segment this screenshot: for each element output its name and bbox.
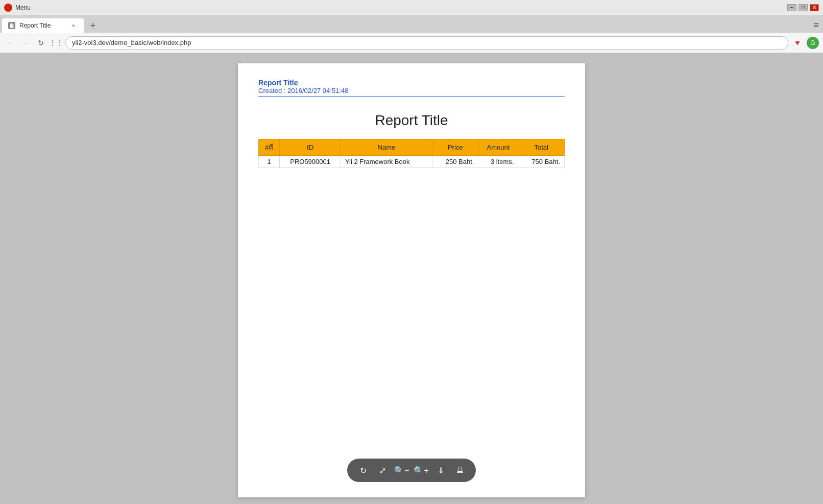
pdf-rotate-button[interactable]: ↻	[355, 463, 371, 478]
tab-favicon: 📄	[8, 22, 15, 29]
active-tab[interactable]: 📄 Report Title ×	[2, 18, 84, 33]
table-row: 1 PRO5900001 Yii 2 Framework Book 250 Ba…	[259, 156, 565, 168]
apps-button[interactable]: ⋮⋮	[50, 37, 62, 49]
col-header-num: #ที	[259, 139, 280, 156]
title-bar: Menu − □ ✕	[0, 0, 823, 15]
profile-button[interactable]: G	[807, 37, 819, 49]
tab-bar: 📄 Report Title × + ≡	[0, 15, 823, 33]
col-header-price: Price	[432, 139, 478, 156]
back-button[interactable]: ←	[4, 37, 16, 49]
address-bar: ← → ↻ ⋮⋮ ♥ G	[0, 33, 823, 53]
window-controls: − □ ✕	[787, 4, 819, 11]
tab-menu-button[interactable]: ≡	[813, 20, 819, 33]
reload-button[interactable]: ↻	[35, 37, 47, 49]
page-area: Report Title Created : 2016/02/27 04:51:…	[0, 53, 823, 504]
browser-logo	[4, 4, 12, 12]
cell-total: 750 Baht.	[518, 156, 565, 168]
maximize-button[interactable]: □	[798, 4, 808, 11]
pdf-zoom-in-button[interactable]: 🔍+	[414, 463, 429, 478]
report-header-title: Report Title	[258, 79, 565, 87]
tab-label: Report Title	[19, 22, 51, 29]
forward-button[interactable]: →	[19, 37, 32, 49]
new-tab-button[interactable]: +	[86, 18, 100, 33]
col-header-total: Total	[518, 139, 565, 156]
cell-amount: 3 items.	[478, 156, 518, 168]
table-header-row: #ที ID Name Price Amount Total	[259, 139, 565, 156]
pdf-toolbar: ↻ ⤢ 🔍− 🔍+ ⇓ 🖶	[347, 459, 476, 482]
col-header-id: ID	[280, 139, 341, 156]
report-table: #ที ID Name Price Amount Total 1 PRO5900…	[258, 139, 565, 168]
report-header: Report Title Created : 2016/02/27 04:51:…	[258, 79, 565, 97]
pdf-zoom-out-button[interactable]: 🔍−	[394, 463, 409, 478]
report-header-divider	[258, 97, 565, 97]
paper: Report Title Created : 2016/02/27 04:51:…	[238, 63, 585, 497]
pdf-fit-button[interactable]: ⤢	[375, 463, 390, 478]
address-input[interactable]	[65, 36, 788, 50]
menu-label: Menu	[15, 4, 31, 11]
minimize-button[interactable]: −	[787, 4, 796, 11]
col-header-name: Name	[341, 139, 432, 156]
close-button[interactable]: ✕	[810, 4, 819, 11]
cell-price: 250 Baht.	[432, 156, 478, 168]
cell-num: 1	[259, 156, 280, 168]
col-header-amount: Amount	[478, 139, 518, 156]
report-main-title: Report Title	[258, 112, 565, 129]
cell-id: PRO5900001	[280, 156, 341, 168]
pdf-print-button[interactable]: 🖶	[452, 463, 468, 478]
bookmark-button[interactable]: ♥	[791, 37, 804, 49]
pdf-download-button[interactable]: ⇓	[433, 463, 448, 478]
cell-name: Yii 2 Framework Book	[341, 156, 432, 168]
report-header-created: Created : 2016/02/27 04:51:48	[258, 87, 565, 94]
tab-close-button[interactable]: ×	[69, 21, 78, 30]
